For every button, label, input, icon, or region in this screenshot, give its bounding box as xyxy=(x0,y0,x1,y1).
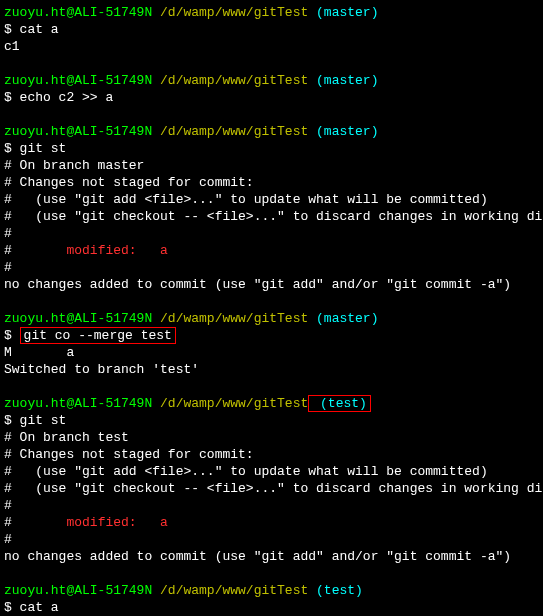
prompt-line: zuoyu.ht@ALI-51749N /d/wamp/www/gitTest … xyxy=(4,395,539,412)
prompt-symbol: $ xyxy=(4,413,20,428)
path: /d/wamp/www/gitTest xyxy=(152,124,308,139)
command-line: $ git st xyxy=(4,140,539,157)
command-text: cat a xyxy=(20,600,59,615)
output-line: # On branch test xyxy=(4,429,539,446)
output-line: c1 xyxy=(4,38,539,55)
blank-line xyxy=(4,106,539,123)
branch: (master) xyxy=(308,124,378,139)
user: zuoyu.ht@ALI-51749N xyxy=(4,73,152,88)
prompt-line: zuoyu.ht@ALI-51749N /d/wamp/www/gitTest … xyxy=(4,4,539,21)
command-text: git st xyxy=(20,141,67,156)
highlight-box: git co --merge test xyxy=(20,327,176,344)
output-line: # (use "git add <file>..." to update wha… xyxy=(4,191,539,208)
output-line: # xyxy=(4,497,539,514)
user: zuoyu.ht@ALI-51749N xyxy=(4,583,152,598)
command-line: $ git st xyxy=(4,412,539,429)
command-line: $ echo c2 >> a xyxy=(4,89,539,106)
branch: (test) xyxy=(308,583,363,598)
modified-file: modified: a xyxy=(66,515,167,530)
path: /d/wamp/www/gitTest xyxy=(152,583,308,598)
comment-hash: # xyxy=(4,243,66,258)
branch: (master) xyxy=(308,311,378,326)
highlight-box: (test) xyxy=(308,395,371,412)
blank-line xyxy=(4,378,539,395)
branch: (master) xyxy=(308,73,378,88)
prompt-symbol: $ xyxy=(4,141,20,156)
blank-line xyxy=(4,293,539,310)
output-line: # modified: a xyxy=(4,242,539,259)
output-line: # Changes not staged for commit: xyxy=(4,174,539,191)
command-text: git co --merge test xyxy=(24,328,172,343)
prompt-line: zuoyu.ht@ALI-51749N /d/wamp/www/gitTest … xyxy=(4,72,539,89)
branch: (test) xyxy=(312,396,367,411)
output-line: no changes added to commit (use "git add… xyxy=(4,276,539,293)
output-line: # xyxy=(4,225,539,242)
output-line: M a xyxy=(4,344,539,361)
prompt-line: zuoyu.ht@ALI-51749N /d/wamp/www/gitTest … xyxy=(4,582,539,599)
prompt-symbol: $ xyxy=(4,22,20,37)
path: /d/wamp/www/gitTest xyxy=(152,311,308,326)
output-line: no changes added to commit (use "git add… xyxy=(4,548,539,565)
output-line: # (use "git checkout -- <file>..." to di… xyxy=(4,208,539,225)
blank-line xyxy=(4,565,539,582)
prompt-line: zuoyu.ht@ALI-51749N /d/wamp/www/gitTest … xyxy=(4,310,539,327)
command-text: git st xyxy=(20,413,67,428)
output-line: Switched to branch 'test' xyxy=(4,361,539,378)
command-text: cat a xyxy=(20,22,59,37)
user: zuoyu.ht@ALI-51749N xyxy=(4,124,152,139)
prompt-line: zuoyu.ht@ALI-51749N /d/wamp/www/gitTest … xyxy=(4,123,539,140)
prompt-symbol: $ xyxy=(4,328,20,343)
user: zuoyu.ht@ALI-51749N xyxy=(4,396,152,411)
output-line: # Changes not staged for commit: xyxy=(4,446,539,463)
prompt-symbol: $ xyxy=(4,90,20,105)
user: zuoyu.ht@ALI-51749N xyxy=(4,311,152,326)
output-line: # xyxy=(4,531,539,548)
comment-hash: # xyxy=(4,515,66,530)
path: /d/wamp/www/gitTest xyxy=(152,396,308,411)
user: zuoyu.ht@ALI-51749N xyxy=(4,5,152,20)
path: /d/wamp/www/gitTest xyxy=(152,5,308,20)
output-line: # xyxy=(4,259,539,276)
branch: (master) xyxy=(308,5,378,20)
command-line: $ git co --merge test xyxy=(4,327,539,344)
path: /d/wamp/www/gitTest xyxy=(152,73,308,88)
output-line: # modified: a xyxy=(4,514,539,531)
output-line: # (use "git add <file>..." to update wha… xyxy=(4,463,539,480)
command-line: $ cat a xyxy=(4,599,539,616)
command-line: $ cat a xyxy=(4,21,539,38)
command-text: echo c2 >> a xyxy=(20,90,114,105)
prompt-symbol: $ xyxy=(4,600,20,615)
modified-file: modified: a xyxy=(66,243,167,258)
blank-line xyxy=(4,55,539,72)
output-line: # (use "git checkout -- <file>..." to di… xyxy=(4,480,539,497)
output-line: # On branch master xyxy=(4,157,539,174)
